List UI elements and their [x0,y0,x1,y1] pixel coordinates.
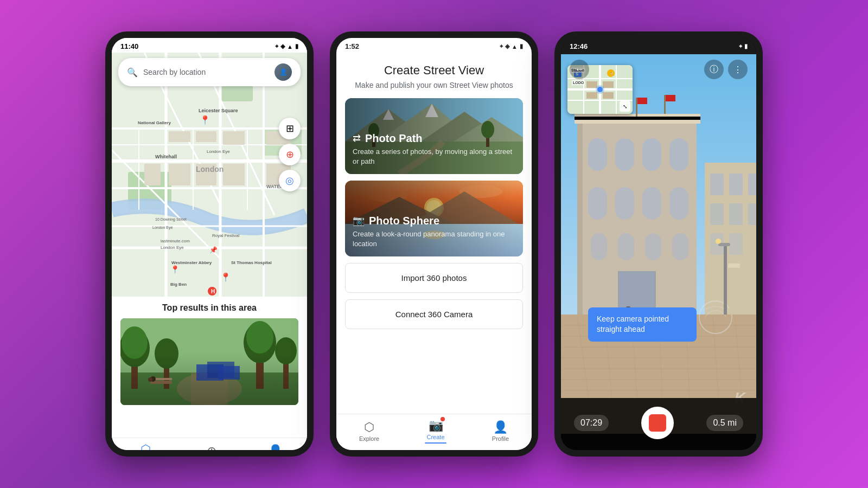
back-button[interactable]: ← [570,60,589,79]
timer-display: 07:29 [574,415,609,431]
nav-explore[interactable]: ⬡ Explore [135,442,157,450]
status-bar-2: 1:52 ⌖ ◈ ▲ ▮ [336,38,532,53]
create-sv-screen: 1:52 ⌖ ◈ ▲ ▮ Create Street View Make and… [336,38,532,450]
search-icon: 🔍 [127,67,138,78]
svg-rect-136 [729,233,743,255]
status-bar-1: 11:40 ⌖ ◈ ▲ ▮ [112,38,307,53]
nav-create[interactable]: ⊕ Create [203,444,221,450]
svg-rect-114 [588,138,607,171]
svg-text:Westminster Abbey: Westminster Abbey [171,260,212,265]
more-options-button[interactable]: ⋮ [728,60,748,79]
avatar[interactable]: 👤 [275,63,292,81]
nav-profile-2[interactable]: 👤 Profile [492,420,509,442]
svg-rect-125 [672,233,688,260]
layers-button[interactable]: ⊞ [279,118,301,139]
svg-text:National Gallery: National Gallery [138,120,171,125]
import-360-button[interactable]: Import 360 photos [345,263,523,293]
photo-sphere-overlay: 📷 Photo Sphere Create a look-a-round pan… [345,181,523,256]
search-input[interactable]: Search by location [143,68,269,76]
nav-explore-2[interactable]: ⬡ Explore [359,420,379,442]
photo-sphere-desc: Create a look-a-round panorama standing … [353,229,515,249]
connect-360-button[interactable]: Connect 360 Camera [345,299,523,329]
svg-rect-140 [666,95,675,101]
phone-camera: 12:46 ⌖ ▮ ← ⓘ ⋮ [554,31,763,457]
wifi-icon-2: ▲ [512,43,518,50]
photo-sphere-card[interactable]: 📷 Photo Sphere Create a look-a-round pan… [345,181,523,256]
create-icon: ⊕ [207,444,216,450]
svg-rect-142 [729,266,739,314]
svg-text:London Eye: London Eye [152,226,173,230]
svg-rect-143 [728,264,740,268]
status-icons-2: ⌖ ◈ ▲ ▮ [500,43,523,50]
camera-bottom-bar: 07:29 0.5 mi [561,398,756,450]
result-image-overlay [120,318,298,405]
results-section: Top results in this area [112,297,307,438]
nav-create-2[interactable]: 📷 Create [425,419,446,444]
info-button[interactable]: ⓘ [704,60,724,79]
svg-rect-118 [588,187,607,220]
status-icons-3: ⌖ ▮ [739,43,748,50]
hint-bubble: Keep camera pointed straight ahead [588,307,697,342]
svg-rect-145 [718,243,730,246]
location-icon: ⌖ [275,43,278,50]
create-sv-title: Create Street View [345,63,523,78]
battery-icon: ▮ [295,43,298,50]
svg-text:St Thomas Hospital: St Thomas Hospital [231,260,272,265]
svg-rect-123 [618,233,634,260]
svg-rect-121 [669,187,688,220]
svg-point-146 [716,239,721,244]
svg-rect-20 [196,131,216,142]
photo-path-overlay: ⇄ Photo Path Create a series of photos, … [345,98,523,174]
camera-screen: 12:46 ⌖ ▮ ← ⓘ ⋮ [561,38,756,450]
search-bar[interactable]: 🔍 Search by location 👤 [118,58,301,86]
results-title: Top results in this area [120,303,298,313]
status-icons-1: ⌖ ◈ ▲ ▮ [275,43,298,50]
svg-rect-159 [603,92,614,99]
status-time-3: 12:46 [570,42,588,50]
record-button[interactable] [641,407,674,439]
photo-path-desc: Create a series of photos, by moving alo… [353,147,515,166]
profile-icon: 👤 [268,444,283,450]
map-view[interactable]: National Gallery Leicester Square Whiteh… [112,53,307,297]
svg-rect-139 [664,95,666,114]
svg-text:London Eye: London Eye [207,149,230,154]
svg-rect-131 [748,174,756,195]
photo-sphere-icon-label: 📷 Photo Sphere [353,215,515,227]
svg-text:10 Downing Street: 10 Downing Street [155,217,187,222]
result-image[interactable] [120,318,298,405]
create-sv-subtitle: Make and publish your own Street View ph… [345,81,523,89]
create-sv-content: ⇄ Photo Path Create a series of photos, … [336,98,532,329]
battery-icon-2: ▮ [520,43,523,50]
nav-profile[interactable]: 👤 Profile [267,444,284,450]
svg-rect-22 [169,164,190,185]
svg-rect-138 [637,98,647,104]
record-inner [649,414,666,432]
compass-button[interactable]: ⊕ [279,144,301,165]
location-button[interactable]: ◎ [279,170,301,191]
photo-path-title: Photo Path [365,132,423,145]
svg-rect-137 [636,98,637,117]
bottom-nav: ⬡ Explore ⊕ Create 👤 Profile [112,438,307,450]
location-icon-3: ⌖ [739,43,742,50]
svg-rect-132 [710,203,724,225]
svg-rect-117 [669,138,688,171]
visibility-icon-2: ◈ [505,43,509,50]
svg-rect-111 [577,119,583,314]
svg-text:📍: 📍 [200,115,210,125]
minimap-expand-button[interactable]: ⤡ [620,101,630,112]
svg-rect-21 [223,131,245,145]
camera-top-icons: ⓘ ⋮ [704,60,748,79]
visibility-icon: ◈ [280,43,285,50]
svg-rect-158 [586,92,597,99]
photo-path-icon: ⇄ [353,132,361,144]
explore-icon-2: ⬡ [364,420,374,434]
photo-sphere-icon: 📷 [353,215,365,227]
svg-rect-115 [615,138,634,171]
battery-icon-3: ▮ [744,43,748,50]
svg-rect-122 [591,233,607,260]
camera-top-bar: ← ⓘ ⋮ [561,55,756,84]
explore-icon: ⬡ [141,442,151,450]
photo-path-card[interactable]: ⇄ Photo Path Create a series of photos, … [345,98,523,174]
svg-text:📍: 📍 [220,272,231,282]
svg-text:H: H [211,288,215,294]
